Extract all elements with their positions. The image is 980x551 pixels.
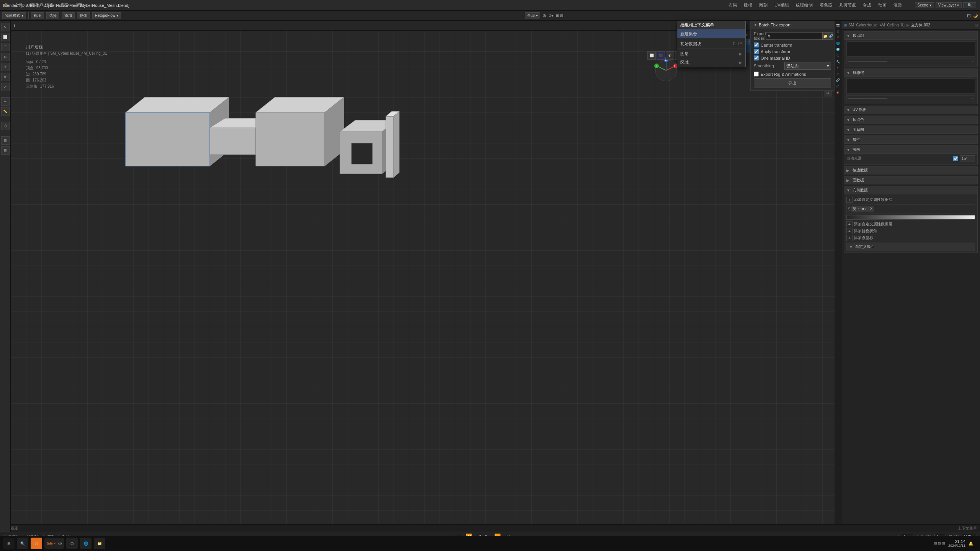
- mode-selector[interactable]: 物体模式 ▾: [2, 12, 26, 19]
- ctx-area[interactable]: 区域 ▶: [677, 58, 745, 67]
- explorer-icon[interactable]: 📁: [94, 538, 105, 549]
- taskbar-left: ⊞ 🔍 ⬡ tafs ● . co ⬡ 🌐 📁: [3, 538, 105, 549]
- normals-header[interactable]: ▼ 法向: [844, 145, 978, 154]
- one-material-row: One material ID: [754, 55, 831, 60]
- global-local-btn[interactable]: 全局 ▾: [525, 12, 540, 19]
- sk-controls: ──────────────── ·: [846, 95, 975, 101]
- prop-physics-icon[interactable]: ⚛: [835, 71, 841, 77]
- apply-transform-checkbox[interactable]: [754, 49, 759, 54]
- prop-modifier-icon[interactable]: 🔧: [835, 59, 841, 64]
- prop-world-icon[interactable]: 🌍: [835, 47, 841, 52]
- center-transform-checkbox[interactable]: [754, 42, 759, 47]
- tool-rotate[interactable]: ↺: [1, 73, 10, 81]
- ctx-init-data[interactable]: 初始数据块 Ctrl Y: [677, 39, 745, 48]
- viewport-3d[interactable]: 用户透视 (1) 场景集合 | SM_CyberHouse_4M_Ceiling…: [11, 21, 835, 532]
- unity-icon[interactable]: ⬡: [66, 538, 78, 549]
- custom-icon-r[interactable]: S: [848, 207, 851, 211]
- view-btn[interactable]: 视图: [31, 12, 44, 19]
- ctx-layer-arrow: ▶: [739, 52, 742, 56]
- tool-measure[interactable]: 📏: [1, 107, 10, 116]
- attributes-header[interactable]: ▼ 属性: [844, 135, 978, 144]
- geometry-data-block: ▼ 几何数据 + 添加自定义属性数据层 S 英・↑■↓→X: [844, 186, 978, 253]
- prop-constraints-icon[interactable]: 🔗: [835, 77, 841, 83]
- vg-slider[interactable]: ────────────────: [848, 59, 887, 63]
- one-material-checkbox[interactable]: [754, 55, 759, 60]
- tafs-icon[interactable]: tafs ● . co: [44, 538, 64, 549]
- retopo-flow-btn[interactable]: RetopoFlow ▾: [92, 12, 121, 19]
- edge-data-header[interactable]: ▶ 棱边数据: [844, 166, 978, 174]
- export-button[interactable]: 导出: [754, 78, 831, 88]
- breadcrumb-item1[interactable]: SM_CyberHouse_4M_Ceiling_01: [848, 23, 905, 27]
- geometry-data-header[interactable]: ▼ 几何数据: [844, 186, 978, 194]
- vertex-groups-header[interactable]: ▼ 顶点组: [844, 31, 978, 40]
- sk-slider[interactable]: ────────────────: [848, 96, 887, 100]
- search-btn[interactable]: 🔍: [17, 538, 28, 549]
- snap-icon[interactable]: ⊕: [542, 13, 546, 18]
- tools-icons: ⊞ ⊟: [556, 13, 563, 18]
- search-box[interactable]: 🔍: [963, 2, 976, 8]
- uv-toggle: ▼: [846, 108, 851, 112]
- prop-object-icon[interactable]: ⬡: [835, 53, 841, 58]
- prop-material-icon[interactable]: ◉: [835, 90, 841, 95]
- export-folder-input[interactable]: [766, 32, 823, 40]
- prop-data-icon[interactable]: ⬡: [835, 83, 841, 89]
- export-rig-checkbox[interactable]: [754, 72, 759, 77]
- shading-material[interactable]: ◐: [666, 51, 674, 60]
- vertex-colors-header[interactable]: ▼ 顶点色: [844, 116, 978, 124]
- ctx-new-collection[interactable]: 新建集合: [677, 29, 745, 38]
- tool-scale[interactable]: ⤢: [1, 83, 10, 91]
- add-fold-btn[interactable]: +: [846, 228, 853, 234]
- folder-browse-btn[interactable]: 📁: [823, 32, 828, 40]
- tool-extra2[interactable]: ⊟: [1, 146, 10, 155]
- face-data-header[interactable]: ▶ 面数据: [844, 176, 978, 184]
- folder-link-btn[interactable]: 🔗: [828, 32, 833, 40]
- one-material-label: One material ID: [761, 56, 790, 60]
- browser-icon[interactable]: 🌐: [80, 538, 91, 549]
- gd-label: 几何数据: [853, 187, 868, 193]
- batch-panel-header[interactable]: ▼ Batch Fbx export: [751, 21, 834, 29]
- add-btn[interactable]: 添加: [62, 12, 75, 19]
- auto-smooth-checkbox[interactable]: [953, 156, 958, 161]
- define-attrs-header[interactable]: ▼ 自定义属性: [846, 243, 975, 251]
- tool-extra[interactable]: ⊞: [1, 136, 10, 145]
- tool-move[interactable]: ✛: [1, 63, 10, 71]
- smoothing-select[interactable]: 仅法向 ▾: [784, 62, 831, 70]
- tool-cursor[interactable]: ↖: [1, 23, 10, 31]
- notification-btn[interactable]: 🔔: [969, 541, 973, 546]
- prop-render-icon[interactable]: 📷: [835, 22, 841, 28]
- tool-lasso[interactable]: ⌒: [1, 43, 10, 51]
- tool-annotate[interactable]: ✏: [1, 97, 10, 106]
- object-btn[interactable]: 物体: [77, 12, 90, 19]
- add-custom-btn[interactable]: +: [846, 197, 853, 203]
- prop-output-icon[interactable]: 🖨: [835, 28, 841, 34]
- breadcrumb-item2[interactable]: 立方体.002: [911, 23, 930, 28]
- edges-info: 边 269.789: [26, 71, 107, 77]
- windows-taskbar: ⊞ 🔍 ⬡ tafs ● . co ⬡ 🌐 📁 ⊡ ⊡ ⊡ 21:14 2024…: [0, 536, 980, 551]
- tool-select[interactable]: ⬜: [1, 33, 10, 41]
- tool-transform[interactable]: ⊕: [1, 53, 10, 61]
- prop-particle-icon[interactable]: ✦: [835, 65, 841, 70]
- taskbar-blender[interactable]: ⬡: [31, 538, 42, 549]
- attr-toggle: ▼: [846, 138, 851, 142]
- select-btn[interactable]: 选择: [46, 12, 59, 19]
- auto-smooth-angle[interactable]: [960, 155, 975, 161]
- start-btn[interactable]: ⊞: [3, 538, 15, 549]
- add-custom-attr-btn[interactable]: +: [846, 221, 853, 227]
- shading-wire[interactable]: ⬜: [647, 51, 656, 60]
- add-point-btn[interactable]: +: [846, 235, 853, 241]
- face-maps-header[interactable]: ▼ 面贴图: [844, 126, 978, 134]
- tafs-dot: .: [56, 541, 57, 545]
- overlay-icon[interactable]: ⊡: [967, 13, 971, 18]
- color-gradient[interactable]: [846, 215, 975, 220]
- tool-add-cube[interactable]: ⬡: [1, 122, 10, 130]
- uv-maps-header[interactable]: ▼ UV 贴图: [844, 106, 978, 114]
- filter-icon[interactable]: ⊡: [975, 23, 978, 27]
- shading-solid[interactable]: ⬛: [657, 51, 665, 60]
- status-bar: 平移视图 上下文菜单: [0, 524, 980, 532]
- breadcrumb-scene[interactable]: ⊞: [844, 23, 847, 27]
- time-display: 21:14: [948, 539, 965, 544]
- prop-scene-icon[interactable]: 🌐: [835, 41, 841, 46]
- prop-view-icon[interactable]: 👁: [835, 34, 841, 40]
- ctx-layer[interactable]: 图层 ▶: [677, 49, 745, 58]
- shape-keys-header[interactable]: ▼ 形态键: [844, 68, 978, 77]
